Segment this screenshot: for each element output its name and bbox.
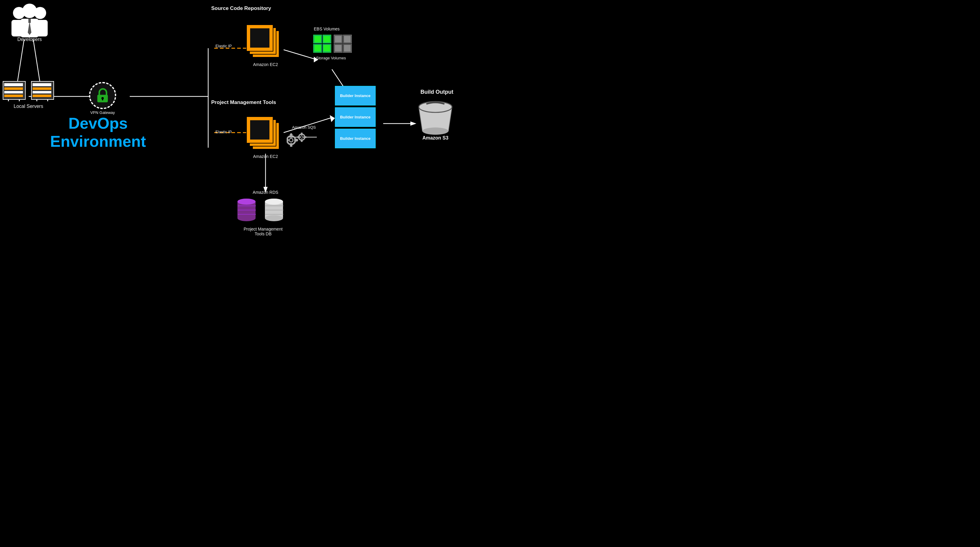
ec2-stack-top: Amazon EC2 [246,24,285,67]
svg-marker-14 [330,115,335,122]
svg-rect-38 [33,87,51,90]
devops-environment-label: DevOps Environment [45,114,151,151]
svg-point-88 [237,215,256,221]
ec2-stack-bottom: Amazon EC2 [246,116,285,159]
ec2-icon-bottom [246,116,285,155]
svg-rect-62 [344,36,351,43]
vpn-gateway-label: VPN Gateway [89,110,116,115]
rds-cylinder-purple [235,197,258,223]
developers-icon [5,2,54,38]
svg-point-84 [422,127,449,135]
rds-cylinders-group [235,197,285,223]
project-mgmt-tools-label: Project Management Tools [211,100,276,105]
svg-rect-54 [314,36,321,43]
server-icon-2 [31,81,54,101]
svg-rect-72 [290,143,293,147]
storage-volumes-label: Storage Volumes [311,56,351,60]
elastic-ip-top-label: Elastic IP [215,44,232,48]
developers-group: Developers [5,2,54,42]
project-mgmt-db-label: Project Management Tools DB [230,227,296,236]
svg-rect-56 [314,45,321,52]
s3-bucket-icon [413,100,458,136]
lock-icon [95,88,110,103]
svg-point-95 [265,215,283,221]
amazon-s3-group: Amazon S3 [413,100,458,141]
svg-rect-73 [286,139,289,141]
svg-rect-29 [4,83,23,86]
gear-icons [286,131,311,149]
svg-rect-37 [33,83,51,86]
builder-instances-group: Builder Instance Builder Instance Builde… [335,86,375,148]
server-icon-1 [2,81,26,101]
svg-point-24 [22,4,37,18]
builder-instance-2: Builder Instance [335,107,375,127]
svg-line-0 [17,39,24,87]
local-servers-group: Local Servers [2,81,54,109]
svg-point-78 [301,136,303,138]
vpn-gateway-group: VPN Gateway [89,82,116,115]
rds-cylinder-gray [263,197,285,223]
svg-rect-57 [323,45,330,52]
vpn-circle [89,82,116,109]
svg-rect-64 [344,45,351,52]
svg-rect-63 [335,45,342,52]
svg-point-96 [265,198,283,205]
svg-rect-61 [335,36,342,43]
svg-rect-31 [4,91,23,94]
svg-line-7 [284,50,314,59]
ebs-icon-2 [334,35,352,53]
svg-line-1 [33,39,41,87]
elastic-ip-bottom-label: Elastic IP [215,130,232,134]
svg-rect-39 [33,91,51,94]
builder-instance-3: Builder Instance [335,129,375,148]
local-servers-label: Local Servers [2,104,54,109]
svg-rect-27 [29,19,31,23]
ebs-icon-1 [313,35,331,53]
ec2-icon-top [246,24,285,63]
svg-point-89 [237,198,256,205]
svg-point-70 [290,138,293,142]
svg-rect-40 [33,95,51,97]
svg-rect-32 [4,95,23,97]
svg-rect-30 [4,87,23,90]
svg-rect-82 [304,136,307,138]
amazon-rds-label: Amazon RDS [239,190,293,195]
svg-rect-68 [250,120,269,140]
svg-rect-81 [297,136,300,138]
svg-line-9 [332,69,344,87]
svg-rect-79 [301,133,302,135]
amazon-s3-label: Amazon S3 [413,135,458,141]
ebs-storage-group [313,35,352,53]
build-output-label: Build Output [413,89,461,95]
amazon-sqs-label: Amazon SQS [292,125,316,130]
svg-rect-55 [323,36,330,43]
builder-instance-1: Builder Instance [335,86,375,105]
ebs-volumes-label: EBS Volumes [314,27,340,31]
sqs-gear-group [286,131,311,151]
svg-rect-46 [102,98,103,100]
diagram-container: Developers Local Servers [0,0,490,273]
svg-rect-50 [250,29,269,48]
source-code-repo-label: Source Code Repository [211,5,271,11]
svg-rect-80 [301,139,302,142]
